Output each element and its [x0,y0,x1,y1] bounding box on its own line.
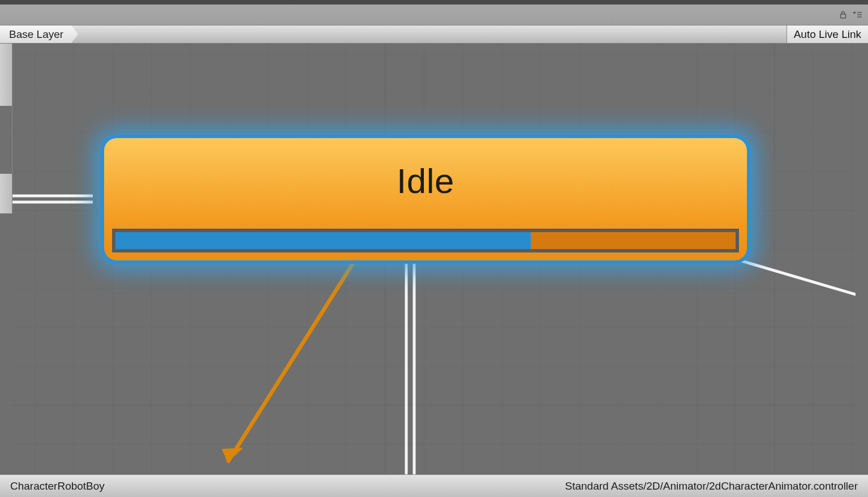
svg-line-8 [738,260,856,299]
auto-live-link-button[interactable]: Auto Live Link [787,25,868,43]
status-controller-path: Standard Assets/2D/Animator/2dCharacterA… [565,480,858,492]
layers-panel-edge[interactable] [0,44,12,213]
lock-icon[interactable] [839,10,848,22]
top-toolbar [0,5,868,25]
status-bar: CharacterRobotBoy Standard Assets/2D/Ani… [0,474,868,497]
status-object-name: CharacterRobotBoy [10,480,105,492]
svg-line-9 [227,263,353,462]
state-progress-fill [115,232,531,249]
svg-marker-10 [222,448,243,462]
window-top-border [0,0,868,5]
svg-rect-0 [841,14,846,18]
graph-right-edge [856,87,868,452]
auto-live-link-label: Auto Live Link [794,28,861,41]
options-icon[interactable] [851,10,862,22]
state-node-label: Idle [104,138,747,201]
state-node-idle[interactable]: Idle [104,138,747,260]
breadcrumb-layer-label: Base Layer [9,28,63,41]
breadcrumb-bar: Base Layer Auto Live Link [0,25,868,44]
graph-grid[interactable]: Idle [12,44,856,474]
animator-graph-canvas[interactable]: Idle [0,44,868,474]
state-progress-track [112,229,739,252]
breadcrumb-layer[interactable]: Base Layer [0,25,78,43]
